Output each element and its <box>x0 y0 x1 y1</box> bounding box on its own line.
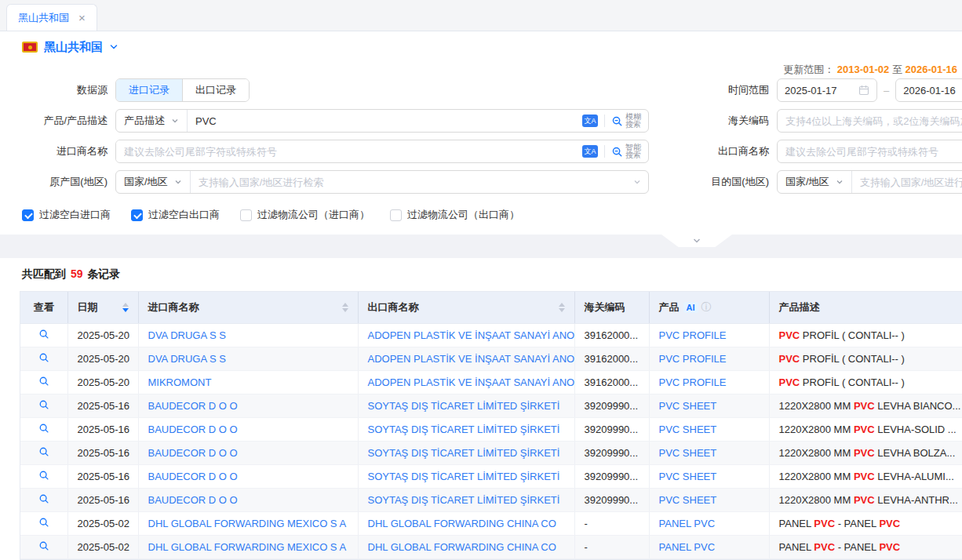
exporter-link[interactable]: SOYTAŞ DIŞ TİCARET LİMİTED ŞİRKETİ <box>368 447 560 459</box>
date-cell: 2025-05-20 <box>67 323 138 347</box>
exporter-link[interactable]: DHL GLOBAL FORWARDING CHINA CO <box>368 518 556 529</box>
exporter-link[interactable]: ADOPEN PLASTİK VE İNŞAAT SANAYİ ANO... <box>368 353 575 365</box>
product-type-value: 产品描述 <box>124 114 165 128</box>
product-link[interactable]: PVC PROFILE <box>659 376 727 388</box>
close-icon[interactable]: × <box>78 11 86 24</box>
fuzzy-search-toggle[interactable]: 模糊 搜索 <box>611 113 648 129</box>
product-link[interactable]: PVC PROFILE <box>659 329 727 341</box>
checkbox-icon[interactable] <box>390 209 402 221</box>
product-link[interactable]: PVC SHEET <box>659 447 717 459</box>
filter-checkbox[interactable]: 过滤空白出口商 <box>131 208 220 222</box>
importer-link[interactable]: MIKROMONT <box>148 376 212 388</box>
info-icon[interactable]: ⓘ <box>701 301 712 313</box>
importer-link[interactable]: BAUDECOR D O O <box>148 471 238 482</box>
result-count: 共匹配到 59 条记录 <box>0 258 962 291</box>
country-name[interactable]: 黑山共和国 <box>44 40 103 55</box>
filter-checkbox[interactable]: 过滤空白进口商 <box>22 208 111 222</box>
importer-link[interactable]: DVA DRUGA S S <box>148 329 226 341</box>
count-suffix: 条记录 <box>87 267 120 280</box>
date-cell: 2025-05-16 <box>67 417 138 441</box>
importer-link[interactable]: DHL GLOBAL FORWARDING MEXICO S A <box>148 541 347 553</box>
view-icon <box>38 399 49 410</box>
hs-code-cell: - <box>574 511 649 535</box>
product-link[interactable]: PVC SHEET <box>659 471 717 482</box>
checkbox-checked-icon[interactable] <box>131 209 143 221</box>
product-link[interactable]: PVC SHEET <box>659 494 717 506</box>
translate-icon[interactable]: 文A <box>582 115 598 127</box>
importer-link[interactable]: BAUDECOR D O O <box>148 494 238 506</box>
exporter-link[interactable]: SOYTAŞ DIŞ TİCARET LİMİTED ŞİRKETİ <box>368 471 560 482</box>
view-record-button[interactable] <box>20 399 67 410</box>
product-link[interactable]: PVC SHEET <box>659 424 717 435</box>
view-record-button[interactable] <box>20 329 67 340</box>
view-record-button[interactable] <box>20 376 67 387</box>
col-header-date[interactable]: 日期 <box>67 292 138 323</box>
importer-link[interactable]: DVA DRUGA S S <box>148 353 226 365</box>
hs-code-input[interactable] <box>777 109 962 133</box>
view-record-button[interactable] <box>20 423 67 434</box>
translate-icon[interactable]: 文A <box>582 145 598 158</box>
importer-link[interactable]: DHL GLOBAL FORWARDING MEXICO S A <box>148 518 347 529</box>
view-icon <box>38 493 49 504</box>
date-cell: 2025-05-20 <box>67 370 138 394</box>
description-cell: PANEL PVC - PANEL PVC <box>769 535 962 558</box>
product-link[interactable]: PANEL PVC <box>659 541 716 553</box>
update-range: 更新范围： 2013-01-02 至 2026-01-16 <box>0 63 962 78</box>
checkbox-icon[interactable] <box>240 209 252 221</box>
view-record-button[interactable] <box>20 446 67 457</box>
importer-link[interactable]: BAUDECOR D O O <box>148 400 238 412</box>
product-link[interactable]: PANEL PVC <box>659 518 716 529</box>
product-link[interactable]: PVC SHEET <box>659 400 717 412</box>
date-start-input[interactable]: 2025-01-17 <box>777 78 877 102</box>
origin-country-input[interactable] <box>191 171 633 193</box>
origin-country-select[interactable]: 国家/地区 <box>116 171 191 193</box>
data-source-option[interactable]: 出口记录 <box>182 79 249 101</box>
product-input[interactable] <box>188 110 582 132</box>
table-row: 2025-05-16BAUDECOR D O OSOYTAŞ DIŞ TİCAR… <box>20 488 962 511</box>
importer-link[interactable]: BAUDECOR D O O <box>148 447 238 459</box>
exporter-link[interactable]: SOYTAŞ DIŞ TİCARET LİMİTED ŞİRKETİ <box>368 424 560 435</box>
exporter-link[interactable]: ADOPEN PLASTİK VE İNŞAAT SANAYİ ANO... <box>368 376 575 388</box>
table-row: 2025-05-16BAUDECOR D O OSOYTAŞ DIŞ TİCAR… <box>20 441 962 464</box>
col-header-product: 产品AIⓘ <box>649 292 769 323</box>
importer-link[interactable]: BAUDECOR D O O <box>148 424 238 435</box>
view-record-button[interactable] <box>20 493 67 504</box>
view-record-button[interactable] <box>20 540 67 551</box>
mode-line2: 搜索 <box>625 120 641 129</box>
date-range-dash: – <box>884 85 889 96</box>
exporter-link[interactable]: ADOPEN PLASTİK VE İNŞAAT SANAYİ ANO... <box>368 329 575 341</box>
chevron-down-icon[interactable] <box>633 178 641 186</box>
importer-input[interactable] <box>116 140 582 162</box>
exporter-input[interactable] <box>777 140 962 163</box>
date-end-input[interactable]: 2026-01-16 <box>895 78 962 102</box>
product-link[interactable]: PVC PROFILE <box>659 353 727 365</box>
dest-country-input[interactable] <box>852 171 962 193</box>
checkbox-checked-icon[interactable] <box>22 209 34 221</box>
col-header-exporter[interactable]: 出口商名称 <box>358 292 574 323</box>
hs-code-cell: 39209990... <box>574 394 649 417</box>
smart-search-toggle[interactable]: 智能 搜索 <box>611 144 648 159</box>
view-record-button[interactable] <box>20 470 67 481</box>
checkbox-label: 过滤空白出口商 <box>148 208 220 222</box>
exporter-link[interactable]: SOYTAŞ DIŞ TİCARET LİMİTED ŞİRKETİ <box>368 400 560 412</box>
data-source-option[interactable]: 进口记录 <box>116 79 182 101</box>
tab-montenegro[interactable]: 黑山共和国 × <box>6 4 97 31</box>
table-row: 2025-05-16BAUDECOR D O OSOYTAŞ DIŞ TİCAR… <box>20 394 962 417</box>
hs-code-cell: 39209990... <box>574 441 649 464</box>
dest-country-select[interactable]: 国家/地区 <box>778 171 852 193</box>
chevron-down-icon[interactable] <box>109 42 118 52</box>
exporter-link[interactable]: DHL GLOBAL FORWARDING CHINA CO <box>368 541 556 553</box>
sort-icon[interactable] <box>559 303 565 312</box>
exporter-link[interactable]: SOYTAŞ DIŞ TİCARET LİMİTED ŞİRKETİ <box>368 494 560 506</box>
sort-icon[interactable] <box>122 303 129 312</box>
view-icon <box>38 376 49 387</box>
filter-checkbox[interactable]: 过滤物流公司（进口商） <box>240 208 370 222</box>
product-type-select[interactable]: 产品描述 <box>116 110 188 132</box>
filter-checkbox[interactable]: 过滤物流公司（出口商） <box>390 208 519 222</box>
table-row: 2025-05-02DHL GLOBAL FORWARDING MEXICO S… <box>20 511 962 535</box>
view-record-button[interactable] <box>20 517 67 528</box>
tab-bar: 黑山共和国 × <box>0 0 962 31</box>
view-record-button[interactable] <box>20 352 67 363</box>
sort-icon[interactable] <box>342 303 348 312</box>
col-header-importer[interactable]: 进口商名称 <box>138 292 358 323</box>
